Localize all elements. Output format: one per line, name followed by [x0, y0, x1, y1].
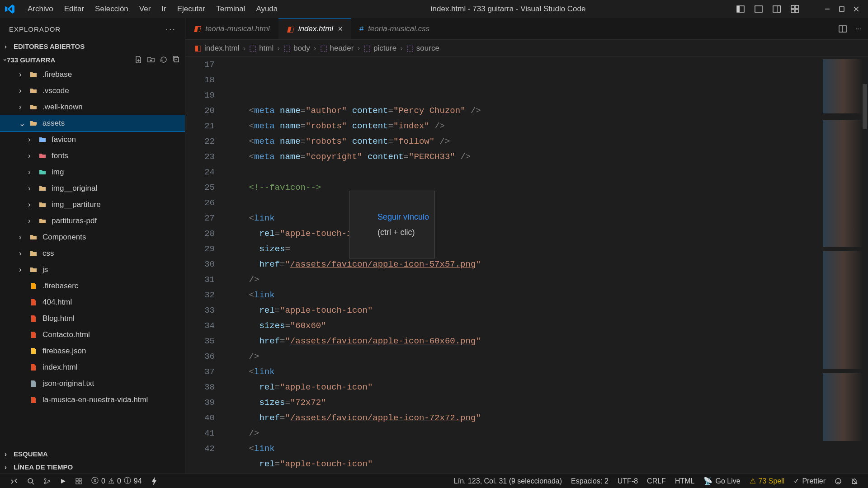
- search-icon[interactable]: [23, 478, 39, 485]
- tree-folder-assets[interactable]: ⌄assets: [0, 115, 185, 131]
- code-line[interactable]: />: [228, 426, 818, 441]
- breadcrumb-item[interactable]: ⬚picture: [363, 43, 396, 53]
- close-tab-icon[interactable]: ×: [338, 24, 343, 34]
- notifications-icon[interactable]: [846, 477, 863, 485]
- breadcrumb-item[interactable]: ⬚source: [406, 43, 439, 53]
- menu-editar[interactable]: Editar: [59, 5, 90, 14]
- tooltip-link[interactable]: Seguir vínculo: [377, 212, 429, 221]
- menu-ver[interactable]: Ver: [134, 5, 156, 14]
- code-line[interactable]: <link: [228, 287, 818, 303]
- tree-file-json-original-txt[interactable]: json-original.txt: [0, 375, 185, 392]
- explorer-more-icon[interactable]: ···: [165, 24, 176, 34]
- code-line[interactable]: href="/assets/favicon/apple-icon-60x60.p…: [228, 333, 818, 349]
- breadcrumb-item[interactable]: ⬚html: [249, 43, 274, 53]
- code-line[interactable]: sizes="76x76": [228, 472, 818, 474]
- code-line[interactable]: sizes="72x72": [228, 395, 818, 410]
- menu-archivo[interactable]: Archivo: [22, 5, 59, 14]
- tree-file-contacto-html[interactable]: Contacto.html: [0, 327, 185, 343]
- collapse-all-icon[interactable]: [172, 56, 180, 64]
- scrollbar-thumb[interactable]: [863, 84, 867, 129]
- code-line[interactable]: rel="apple-touch-icon": [228, 456, 818, 472]
- debug-icon[interactable]: [55, 478, 71, 484]
- editor-more-icon[interactable]: ···: [855, 25, 861, 33]
- tree-folder-partituras-pdf[interactable]: ›partituras-pdf: [0, 213, 185, 229]
- tree-file-firebase-json[interactable]: firebase.json: [0, 343, 185, 359]
- minimap[interactable]: [818, 57, 868, 474]
- breadcrumb-item[interactable]: ⬚header: [320, 43, 354, 53]
- language-status[interactable]: HTML: [670, 477, 699, 485]
- menu-seleccion[interactable]: Selección: [90, 5, 134, 14]
- code-line[interactable]: rel="apple-touch-icon": [228, 380, 818, 395]
- layout-sidebar-left-icon[interactable]: [733, 2, 748, 16]
- tree-folder-img--original[interactable]: ›img__original: [0, 180, 185, 197]
- code-line[interactable]: href="/assets/favicon/apple-icon-72x72.p…: [228, 410, 818, 426]
- feedback-icon[interactable]: [830, 477, 846, 485]
- code-line[interactable]: rel="apple-touch-icon": [228, 226, 818, 241]
- encoding-status[interactable]: UTF-8: [613, 477, 642, 485]
- cursor-position[interactable]: Lín. 123, Col. 31 (9 seleccionada): [449, 477, 566, 485]
- tree-file-index-html[interactable]: index.html: [0, 359, 185, 375]
- code-line[interactable]: href="/assets/favicon/apple-icon-57x57.p…: [228, 257, 818, 272]
- open-editors-section[interactable]: › EDITORES ABIERTOS: [0, 40, 185, 53]
- tree-folder-css[interactable]: ›css: [0, 245, 185, 262]
- code-line[interactable]: <meta name="robots" content="index" />: [228, 118, 818, 134]
- tab-teoria-musical-html[interactable]: ◧ teoria-musical.html: [185, 18, 278, 39]
- remote-icon[interactable]: [5, 477, 23, 485]
- tree-folder-favicon[interactable]: ›favicon: [0, 131, 185, 148]
- code-line[interactable]: [228, 195, 818, 211]
- tree-file--firebaserc[interactable]: .firebaserc: [0, 278, 185, 294]
- menu-terminal[interactable]: Terminal: [211, 5, 250, 14]
- window-close-icon[interactable]: [849, 2, 863, 16]
- layout-panel-bottom-icon[interactable]: [751, 2, 766, 16]
- code-line[interactable]: <link: [228, 364, 818, 380]
- tree-folder-img--partiture[interactable]: ›img__partiture: [0, 197, 185, 213]
- new-file-icon[interactable]: [134, 56, 142, 64]
- project-header[interactable]: › 733 GUITARRA: [0, 53, 185, 66]
- new-folder-icon[interactable]: [147, 56, 155, 64]
- live-server-port-icon[interactable]: [146, 477, 162, 485]
- code-line[interactable]: sizes=: [228, 241, 818, 257]
- tree-file-la-musica-en-nuestra-vida-html[interactable]: la-musica-en-nuestra-vida.html: [0, 392, 185, 408]
- code-line[interactable]: />: [228, 272, 818, 287]
- layout-sidebar-right-icon[interactable]: [769, 2, 784, 16]
- layout-customize-icon[interactable]: [788, 2, 802, 16]
- source-control-icon[interactable]: [39, 478, 55, 485]
- code-line[interactable]: [228, 164, 818, 180]
- split-editor-icon[interactable]: [838, 24, 847, 33]
- tree-folder-img[interactable]: ›img: [0, 164, 185, 180]
- tree-folder-js[interactable]: ›js: [0, 262, 185, 278]
- code-line[interactable]: <!--favicon-->: [228, 180, 818, 195]
- breadcrumb-item[interactable]: ⬚body: [283, 43, 310, 53]
- esquema-section[interactable]: › ESQUEMA: [0, 447, 185, 460]
- spell-status[interactable]: ⚠73 Spell: [745, 477, 789, 485]
- code-line[interactable]: <link: [228, 441, 818, 456]
- tree-file-blog-html[interactable]: Blog.html: [0, 310, 185, 327]
- menu-ejecutar[interactable]: Ejecutar: [172, 5, 211, 14]
- editor-body[interactable]: 1718192021222324252627282930313233343536…: [185, 57, 868, 474]
- code-line[interactable]: <meta name="robots" content="follow" />: [228, 134, 818, 149]
- code-line[interactable]: <meta name="copyright" content="PERCH33"…: [228, 149, 818, 164]
- menu-ayuda[interactable]: Ayuda: [250, 5, 283, 14]
- tree-file-404-html[interactable]: 404.html: [0, 294, 185, 310]
- window-maximize-icon[interactable]: [835, 2, 849, 16]
- eol-status[interactable]: CRLF: [642, 477, 670, 485]
- extensions-icon[interactable]: [71, 478, 87, 485]
- linea-tiempo-section[interactable]: › LÍNEA DE TIEMPO: [0, 460, 185, 474]
- code-line[interactable]: <link: [228, 211, 818, 226]
- problems-status[interactable]: ⓧ0 ⚠0 ⓘ94: [87, 476, 146, 486]
- tree-folder--vscode[interactable]: ›.vscode: [0, 83, 185, 99]
- code-line[interactable]: />: [228, 349, 818, 364]
- code-line[interactable]: rel="apple-touch-icon": [228, 303, 818, 318]
- tree-folder--well-known[interactable]: ›.well-known: [0, 99, 185, 115]
- tab-index-html[interactable]: ◧ index.html ×: [278, 18, 351, 39]
- window-minimize-icon[interactable]: [820, 2, 835, 16]
- tree-folder--firebase[interactable]: ›.firebase: [0, 66, 185, 83]
- tree-folder-components[interactable]: ›Components: [0, 229, 185, 245]
- scrollbar[interactable]: [862, 57, 868, 474]
- code-line[interactable]: <meta name="author" content="Percy Chuzo…: [228, 103, 818, 118]
- go-live-button[interactable]: 📡Go Live: [699, 477, 745, 485]
- code-line[interactable]: sizes="60x60": [228, 318, 818, 333]
- code-content[interactable]: <meta name="author" content="Percy Chuzo…: [228, 57, 818, 474]
- refresh-icon[interactable]: [160, 56, 168, 64]
- breadcrumb-item[interactable]: ◧index.html: [194, 43, 239, 53]
